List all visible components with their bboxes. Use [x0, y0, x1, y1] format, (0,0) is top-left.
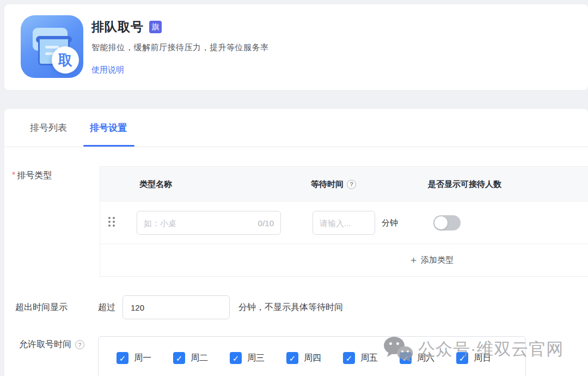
- tab-queue-list[interactable]: 排号列表: [30, 109, 67, 147]
- add-type-button[interactable]: + 添加类型: [411, 255, 454, 265]
- tabbar: 排号列表 排号设置: [4, 109, 588, 147]
- queue-type-table: 类型名称 等待时间 ? 是否显示可接待人数 0/10 分钟: [100, 166, 588, 277]
- overtime-prefix: 超过: [98, 295, 115, 319]
- plus-icon: +: [411, 255, 416, 265]
- page: 取 排队取号 旗 智能排位，缓解前厅接待压力，提升等位服务率 使用说明 排号列表…: [0, 0, 588, 376]
- take-ticket-icon: 取: [52, 46, 79, 74]
- usage-doc-link[interactable]: 使用说明: [91, 65, 124, 75]
- wait-time-input[interactable]: [313, 219, 375, 228]
- app-header-card: 取 排队取号 旗 智能排位，缓解前厅接待压力，提升等位服务率 使用说明: [4, 4, 588, 90]
- checkbox-checked-icon: ✓: [173, 352, 185, 364]
- checkbox-checked-icon: ✓: [117, 352, 128, 364]
- wait-time-help-icon[interactable]: ?: [347, 180, 356, 189]
- overtime-label: 超出时间显示: [15, 295, 68, 319]
- overtime-minutes-input[interactable]: [122, 295, 230, 319]
- checkbox-checked-icon: ✓: [230, 352, 242, 364]
- allow-days-box: ✓ 周一 ✓ 周二 ✓ 周三 ✓ 周四 ✓ 周五 ✓ 周六: [98, 336, 526, 376]
- required-mark: *: [12, 171, 15, 180]
- day-checkbox-thu[interactable]: ✓ 周四: [286, 352, 321, 364]
- type-name-input[interactable]: [137, 219, 258, 228]
- checkbox-checked-icon: ✓: [400, 352, 412, 364]
- page-title: 排队取号: [91, 19, 144, 35]
- allow-time-help-icon[interactable]: ?: [75, 340, 84, 349]
- day-checkbox-tue[interactable]: ✓ 周二: [173, 352, 208, 364]
- app-icon: 取: [21, 15, 83, 78]
- col-header-wait-time: 等待时间 ?: [311, 167, 356, 202]
- active-tab-underline: [83, 145, 134, 147]
- flag-badge: 旗: [149, 21, 162, 33]
- tab-queue-settings[interactable]: 排号设置: [90, 109, 127, 147]
- col-header-type-name: 类型名称: [139, 167, 172, 202]
- col-header-show-capacity: 是否显示可接待人数: [428, 167, 501, 202]
- day-checkbox-sat[interactable]: ✓ 周六: [400, 352, 434, 364]
- checkbox-checked-icon: ✓: [286, 352, 298, 364]
- day-checkbox-fri[interactable]: ✓ 周五: [343, 352, 378, 364]
- day-checkbox-sun[interactable]: ✓ 周日: [456, 352, 491, 364]
- wait-time-inputbox: [313, 211, 375, 235]
- minutes-unit-label: 分钟: [382, 202, 398, 244]
- checkbox-checked-icon: ✓: [343, 352, 355, 364]
- table-header-row: 类型名称 等待时间 ? 是否显示可接待人数: [100, 167, 588, 202]
- app-subtitle: 智能排位，缓解前厅接待压力，提升等位服务率: [91, 43, 269, 53]
- drag-handle-icon[interactable]: [108, 217, 115, 227]
- settings-card: 排号列表 排号设置 *排号类型 类型名称 等待时间 ? 是否显示可接待人数: [4, 109, 588, 376]
- day-checkbox-wed[interactable]: ✓ 周三: [230, 352, 265, 364]
- queue-type-row: 0/10 分钟: [100, 202, 588, 244]
- table-footer-row: + 添加类型: [100, 244, 588, 276]
- queue-type-label: *排号类型: [12, 170, 52, 181]
- show-capacity-toggle[interactable]: [433, 215, 461, 231]
- type-name-inputbox: 0/10: [137, 211, 281, 235]
- checkbox-checked-icon: ✓: [456, 352, 468, 364]
- char-counter: 0/10: [258, 219, 280, 228]
- toggle-knob: [434, 216, 448, 229]
- allow-time-label: 允许取号时间 ?: [19, 339, 84, 350]
- overtime-suffix: 分钟，不显示具体等待时间: [238, 295, 343, 319]
- day-checkbox-mon[interactable]: ✓ 周一: [117, 352, 151, 364]
